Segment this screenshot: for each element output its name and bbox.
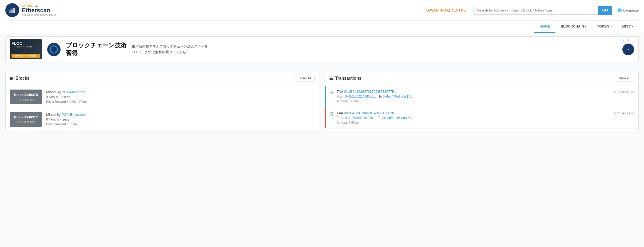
banner-next-arrow[interactable]: › [622,44,634,55]
tx-from-link[interactable]: 0x4b2a652240ff0d9... [345,95,376,98]
transaction-icon: 🖨 [329,111,333,116]
miner-link[interactable]: POA-Melonport [62,90,86,94]
block-txns: 0 Txns in 4 secs [46,118,315,121]
tx-hash: TX# 0X1E543982470872DB738077B... [337,90,611,94]
block-reward: Block Reward 5 Ether [46,122,315,126]
etherscan-logo [5,3,19,17]
blocks-panel: ⊞ Blocks View All Block 9248378 > 14 sec… [5,71,319,131]
language-button[interactable]: 🌐 Language [618,8,639,12]
block-number: Block 9248377 [13,115,39,119]
main-content: ⊞ Blocks View All Block 9248378 > 14 sec… [0,65,644,136]
miner-link[interactable]: POA-Etherscan [62,113,86,117]
banner-cta-small: 無料体験コース（100分） [11,54,40,58]
block-item: Block 9248378 > 14 secs ago Mined By POA… [6,86,319,108]
chevron-down-icon: ▾ [610,25,612,28]
svg-rect-2 [11,10,13,13]
block-miner: Mined By POA-Etherscan [46,113,315,117]
tx-hash-link[interactable]: 0X1E543982470872DB738077B... [344,90,397,94]
network-badge: KOVAN (POA) TESTNET [425,8,468,12]
block-age: > 26 secs ago [13,120,39,124]
floc-sub-text: ブロックチェーン大学校 [11,45,32,48]
header-top: KOVAN 🚃 Etherscan The Ethereum Block Exp… [5,0,639,20]
transaction-info: TX# 0X7041281B06F814BD71B0E9E... From 0x… [337,111,611,125]
block-badge: Block 9248377 > 26 secs ago [10,112,42,127]
banner-logo-ring [50,45,58,53]
search-button[interactable]: GO [598,6,612,15]
globe-icon: 🌐 [618,8,622,12]
nav-blockchain[interactable]: BLOCKCHAIN ▾ [555,21,592,33]
logo-area: KOVAN 🚃 Etherscan The Ethereum Block Exp… [5,3,59,17]
nav-token[interactable]: TOKEN ▾ [592,21,617,33]
tx-to-link[interactable]: 0xcdbf1d1c64faad6... [382,116,413,120]
tx-to-link[interactable]: 0x4eb475e1fcb817... [383,95,413,98]
transactions-panel: ☰ Transactions View All 🖨 TX# 0X1E543982… [325,71,639,131]
svg-rect-3 [13,8,15,13]
banner-info-icon[interactable]: ℹ [623,38,625,42]
logo-text-area: KOVAN 🚃 Etherscan The Ethereum Block Exp… [22,4,57,16]
banner-image: FLOC ブロックチェーン大学校 無料体験コース（100分） [10,39,42,59]
transaction-icon: 🖨 [329,90,333,95]
header: KOVAN 🚃 Etherscan The Ethereum Block Exp… [0,0,644,33]
tx-hash: TX# 0X7041281B06F814BD71B0E9E... [337,111,611,115]
tx-time: > 14 secs ago [614,111,634,115]
language-label: Language [623,8,639,12]
brand-name: Etherscan [22,7,57,13]
search-area: GO [474,6,612,15]
tx-addresses: From 0xc1918ed3bce03c... To 0xcdbf1d1c64… [337,116,611,120]
nav-bar: HOME BLOCKCHAIN ▾ TOKEN ▾ MISC ▾ [5,20,639,33]
block-txns: 3 txns in 12 secs [46,95,315,99]
banner-main-text: ブロックチェーン技術習得 [66,42,126,57]
block-age: > 14 secs ago [13,98,39,101]
brand-subtitle: The Ethereum Block Explorer [22,13,57,16]
block-badge: Block 9248378 > 14 secs ago [10,90,42,104]
search-input[interactable] [474,6,598,15]
nav-misc[interactable]: MISC ▾ [617,21,639,33]
tx-amount: Amount 0 Ether [337,99,611,103]
block-number: Block 9248378 [13,93,39,97]
advertisement-banner: FLOC ブロックチェーン大学校 無料体験コース（100分） ブロックチェーン技… [5,36,639,62]
svg-rect-1 [9,11,11,13]
block-info: Mined By POA-Etherscan 0 Txns in 4 secs … [46,113,315,126]
transactions-view-all-button[interactable]: View All [615,75,634,82]
transaction-info: TX# 0X1E543982470872DB738077B... From 0x… [337,90,611,103]
transactions-panel-header: ☰ Transactions View All [325,71,638,86]
chevron-down-icon: ▾ [585,25,586,28]
block-item: Block 9248377 > 26 secs ago Mined By POA… [6,108,319,131]
floc-logo-text: FLOC [11,41,22,45]
tx-addresses: From 0x4b2a652240ff0d9... To 0x4eb475e1f… [337,95,611,98]
banner-circle-logo [47,43,61,56]
blocks-icon: ⊞ [10,76,13,81]
block-miner: Mined By POA-Melonport [46,90,315,94]
tx-from-link[interactable]: 0xc1918ed3bce03c... [345,116,375,120]
tx-time: > 14 secs ago [614,90,634,94]
transaction-item: 🖨 TX# 0X7041281B06F814BD71B0E9E... From … [325,107,638,129]
chevron-down-icon: ▾ [632,25,633,28]
tx-hash-link[interactable]: 0X7041281B06F814BD71B0E9E... [344,111,398,115]
transactions-panel-title: ☰ Transactions [329,76,361,81]
nav-home[interactable]: HOME [534,21,555,33]
block-info: Mined By POA-Melonport 3 txns in 12 secs… [46,90,315,104]
banner-description: 東京新宿校で学ぶブロックチェーン総合スクール FLOC。まずは無料体験コースから [132,44,617,55]
blocks-panel-header: ⊞ Blocks View All [6,71,319,86]
blocks-view-all-button[interactable]: View All [296,75,315,82]
banner-area: FLOC ブロックチェーン大学校 無料体験コース（100分） ブロックチェーン技… [0,33,644,65]
banner-close-icon[interactable]: ✕ [627,38,630,42]
transaction-item: 🖨 TX# 0X1E543982470872DB738077B... From … [325,86,638,107]
tx-amount: Amount 0 Ether [337,121,611,125]
block-reward: Block Reward 5.02034 Ether [46,100,315,104]
transactions-icon: ☰ [329,76,333,81]
blocks-panel-title: ⊞ Blocks [10,76,29,81]
